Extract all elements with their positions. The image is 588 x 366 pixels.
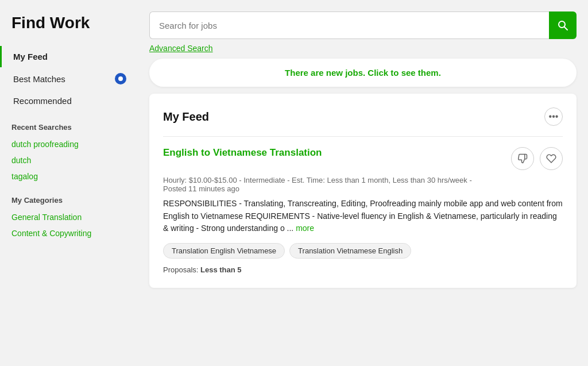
search-row [149, 11, 577, 39]
job-est-time: Est. Time: Less than 1 month, Less than … [292, 176, 467, 184]
search-area: Advanced Search [138, 0, 588, 59]
proposals-value: Less than 5 [200, 265, 242, 274]
ellipsis-icon: ••• [549, 111, 559, 122]
recent-search-dutch[interactable]: dutch [0, 152, 138, 168]
nav-label-best-matches: Best Matches [13, 74, 65, 84]
best-matches-dot [115, 73, 126, 84]
sidebar: Find Work My Feed Best Matches Recommend… [0, 0, 138, 366]
job-actions [511, 147, 563, 170]
job-desc-text: RESPONSIBILITIES - Translating, Transcre… [163, 199, 563, 233]
job-proposals: Proposals: Less than 5 [163, 265, 563, 274]
thumbsdown-icon [517, 153, 528, 164]
feed-menu-button[interactable]: ••• [544, 107, 563, 126]
new-jobs-text: There are new jobs. Click to see them. [285, 68, 441, 78]
dislike-button[interactable] [511, 147, 534, 170]
job-separator2: - [287, 176, 292, 184]
recent-searches-title: Recent Searches [0, 111, 138, 136]
main-content: Advanced Search There are new jobs. Clic… [138, 0, 588, 366]
sidebar-item-recommended[interactable]: Recommended [0, 90, 138, 111]
job-hourly: Hourly: $10.00-$15.00 [163, 176, 237, 184]
recent-search-tagalog[interactable]: tagalog [0, 168, 138, 184]
my-categories-title: My Categories [0, 184, 138, 209]
svg-line-1 [564, 27, 568, 30]
job-tag-1[interactable]: Translation Vietnamese English [289, 243, 411, 259]
job-listing-header: English to Vietnamese Translation [163, 147, 563, 170]
main-nav: My Feed Best Matches Recommended [0, 46, 138, 111]
job-tag-0[interactable]: Translation English Vietnamese [163, 243, 285, 259]
proposals-label: Proposals: [163, 265, 200, 274]
recent-search-dutch-proofreading[interactable]: dutch proofreading [0, 136, 138, 152]
search-icon [557, 20, 568, 31]
job-tags: Translation English Vietnamese Translati… [163, 243, 563, 259]
feed-header: My Feed ••• [163, 107, 563, 126]
job-meta: Hourly: $10.00-$15.00 - Intermediate - E… [163, 176, 563, 193]
like-button[interactable] [540, 147, 563, 170]
nav-label-recommended: Recommended [13, 96, 72, 106]
job-posted-ago: Posted 11 minutes ago [163, 184, 239, 193]
sidebar-item-best-matches[interactable]: Best Matches [0, 67, 138, 90]
nav-label-my-feed: My Feed [13, 52, 48, 61]
feed-container: There are new jobs. Click to see them. M… [138, 59, 588, 288]
job-title[interactable]: English to Vietnamese Translation [163, 147, 322, 159]
search-button[interactable] [549, 11, 577, 39]
job-listing: English to Vietnamese Translation [163, 136, 563, 274]
sidebar-item-my-feed[interactable]: My Feed [0, 46, 138, 67]
feed-card: My Feed ••• English to Vietnamese Transl… [149, 94, 577, 288]
category-general-translation[interactable]: General Translation [0, 209, 138, 225]
category-content-copywriting[interactable]: Content & Copywriting [0, 225, 138, 241]
page-title: Find Work [0, 14, 138, 46]
new-jobs-banner[interactable]: There are new jobs. Click to see them. [149, 59, 577, 87]
feed-title: My Feed [163, 110, 209, 124]
search-input[interactable] [149, 11, 549, 39]
heart-icon [546, 153, 556, 164]
job-description: RESPONSIBILITIES - Translating, Transcre… [163, 198, 563, 235]
job-more-link[interactable]: more [296, 224, 314, 233]
job-level: Intermediate [243, 176, 285, 184]
job-separator3: - [469, 176, 471, 184]
advanced-search-link[interactable]: Advanced Search [149, 44, 213, 53]
best-matches-dot-inner [118, 76, 123, 81]
